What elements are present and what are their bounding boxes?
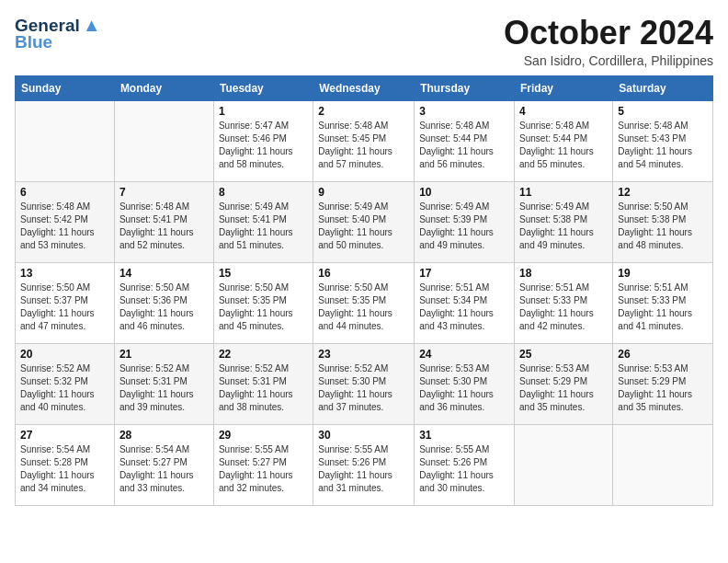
- cell-info: Sunrise: 5:47 AMSunset: 5:46 PMDaylight:…: [219, 120, 308, 171]
- cell-day-number: 6: [20, 186, 109, 199]
- cell-info: Sunrise: 5:50 AMSunset: 5:35 PMDaylight:…: [318, 282, 409, 333]
- cell-info: Sunrise: 5:49 AMSunset: 5:39 PMDaylight:…: [419, 201, 509, 252]
- calendar-cell: 11Sunrise: 5:49 AMSunset: 5:38 PMDayligh…: [515, 181, 613, 262]
- cell-info: Sunrise: 5:48 AMSunset: 5:43 PMDaylight:…: [618, 120, 708, 171]
- calendar-cell: 27Sunrise: 5:54 AMSunset: 5:28 PMDayligh…: [16, 424, 115, 505]
- calendar-cell: [114, 100, 213, 181]
- weekday-header: Friday: [515, 75, 613, 100]
- calendar-cell: 10Sunrise: 5:49 AMSunset: 5:39 PMDayligh…: [415, 181, 515, 262]
- cell-day-number: 4: [519, 105, 608, 118]
- calendar-cell: 31Sunrise: 5:55 AMSunset: 5:26 PMDayligh…: [415, 424, 515, 505]
- weekday-header: Tuesday: [213, 75, 313, 100]
- cell-day-number: 28: [119, 429, 209, 442]
- calendar-table: SundayMondayTuesdayWednesdayThursdayFrid…: [15, 75, 713, 506]
- cell-info: Sunrise: 5:48 AMSunset: 5:42 PMDaylight:…: [20, 201, 109, 252]
- calendar-cell: 29Sunrise: 5:55 AMSunset: 5:27 PMDayligh…: [213, 424, 313, 505]
- weekday-header-row: SundayMondayTuesdayWednesdayThursdayFrid…: [16, 75, 713, 100]
- cell-info: Sunrise: 5:51 AMSunset: 5:33 PMDaylight:…: [519, 282, 608, 333]
- logo: General ▲ Blue: [15, 15, 101, 52]
- cell-day-number: 14: [119, 267, 209, 280]
- cell-info: Sunrise: 5:50 AMSunset: 5:38 PMDaylight:…: [618, 201, 708, 252]
- cell-day-number: 7: [119, 186, 209, 199]
- calendar-week-row: 13Sunrise: 5:50 AMSunset: 5:37 PMDayligh…: [16, 262, 713, 343]
- calendar-cell: 13Sunrise: 5:50 AMSunset: 5:37 PMDayligh…: [16, 262, 115, 343]
- cell-day-number: 1: [219, 105, 308, 118]
- title-section: October 2024 San Isidro, Cordillera, Phi…: [504, 15, 713, 68]
- cell-day-number: 25: [519, 348, 608, 361]
- cell-info: Sunrise: 5:51 AMSunset: 5:33 PMDaylight:…: [618, 282, 708, 333]
- cell-day-number: 2: [318, 105, 409, 118]
- calendar-cell: 4Sunrise: 5:48 AMSunset: 5:44 PMDaylight…: [515, 100, 613, 181]
- cell-info: Sunrise: 5:49 AMSunset: 5:41 PMDaylight:…: [219, 201, 308, 252]
- cell-info: Sunrise: 5:48 AMSunset: 5:44 PMDaylight:…: [519, 120, 608, 171]
- weekday-header: Sunday: [16, 75, 115, 100]
- cell-day-number: 29: [219, 429, 308, 442]
- calendar-cell: 28Sunrise: 5:54 AMSunset: 5:27 PMDayligh…: [114, 424, 213, 505]
- cell-info: Sunrise: 5:51 AMSunset: 5:34 PMDaylight:…: [419, 282, 509, 333]
- calendar-cell: 18Sunrise: 5:51 AMSunset: 5:33 PMDayligh…: [515, 262, 613, 343]
- calendar-cell: 24Sunrise: 5:53 AMSunset: 5:30 PMDayligh…: [415, 343, 515, 424]
- calendar-cell: 21Sunrise: 5:52 AMSunset: 5:31 PMDayligh…: [114, 343, 213, 424]
- cell-day-number: 26: [618, 348, 708, 361]
- cell-info: Sunrise: 5:53 AMSunset: 5:29 PMDaylight:…: [519, 362, 608, 414]
- page-header: General ▲ Blue October 2024 San Isidro, …: [15, 15, 713, 68]
- calendar-week-row: 1Sunrise: 5:47 AMSunset: 5:46 PMDaylight…: [16, 100, 713, 181]
- calendar-cell: [16, 100, 115, 181]
- cell-info: Sunrise: 5:48 AMSunset: 5:44 PMDaylight:…: [419, 120, 509, 171]
- cell-day-number: 21: [119, 348, 209, 361]
- cell-day-number: 24: [419, 348, 509, 361]
- weekday-header: Wednesday: [313, 75, 415, 100]
- cell-info: Sunrise: 5:50 AMSunset: 5:35 PMDaylight:…: [219, 282, 308, 333]
- calendar-week-row: 27Sunrise: 5:54 AMSunset: 5:28 PMDayligh…: [16, 424, 713, 505]
- weekday-header: Saturday: [613, 75, 713, 100]
- cell-info: Sunrise: 5:49 AMSunset: 5:38 PMDaylight:…: [519, 201, 608, 252]
- calendar-cell: 22Sunrise: 5:52 AMSunset: 5:31 PMDayligh…: [213, 343, 313, 424]
- cell-info: Sunrise: 5:52 AMSunset: 5:32 PMDaylight:…: [20, 362, 109, 414]
- cell-day-number: 5: [618, 105, 708, 118]
- logo-bird-icon: ▲: [83, 15, 101, 36]
- cell-day-number: 30: [318, 429, 409, 442]
- calendar-cell: 8Sunrise: 5:49 AMSunset: 5:41 PMDaylight…: [213, 181, 313, 262]
- cell-day-number: 3: [419, 105, 509, 118]
- calendar-cell: 14Sunrise: 5:50 AMSunset: 5:36 PMDayligh…: [114, 262, 213, 343]
- calendar-cell: 16Sunrise: 5:50 AMSunset: 5:35 PMDayligh…: [313, 262, 415, 343]
- month-title: October 2024: [504, 15, 713, 52]
- cell-info: Sunrise: 5:53 AMSunset: 5:30 PMDaylight:…: [419, 362, 509, 414]
- location-subtitle: San Isidro, Cordillera, Philippines: [504, 53, 713, 68]
- calendar-cell: 5Sunrise: 5:48 AMSunset: 5:43 PMDaylight…: [613, 100, 713, 181]
- cell-day-number: 19: [618, 267, 708, 280]
- cell-day-number: 11: [519, 186, 608, 199]
- cell-day-number: 23: [318, 348, 409, 361]
- calendar-cell: 20Sunrise: 5:52 AMSunset: 5:32 PMDayligh…: [16, 343, 115, 424]
- cell-day-number: 13: [20, 267, 109, 280]
- cell-day-number: 27: [20, 429, 109, 442]
- cell-info: Sunrise: 5:55 AMSunset: 5:26 PMDaylight:…: [419, 443, 509, 495]
- calendar-week-row: 20Sunrise: 5:52 AMSunset: 5:32 PMDayligh…: [16, 343, 713, 424]
- cell-info: Sunrise: 5:55 AMSunset: 5:27 PMDaylight:…: [219, 443, 308, 495]
- cell-info: Sunrise: 5:48 AMSunset: 5:45 PMDaylight:…: [318, 120, 409, 171]
- calendar-cell: 7Sunrise: 5:48 AMSunset: 5:41 PMDaylight…: [114, 181, 213, 262]
- cell-day-number: 16: [318, 267, 409, 280]
- calendar-cell: [515, 424, 613, 505]
- calendar-cell: 25Sunrise: 5:53 AMSunset: 5:29 PMDayligh…: [515, 343, 613, 424]
- cell-info: Sunrise: 5:54 AMSunset: 5:27 PMDaylight:…: [119, 443, 209, 495]
- calendar-cell: 15Sunrise: 5:50 AMSunset: 5:35 PMDayligh…: [213, 262, 313, 343]
- cell-day-number: 18: [519, 267, 608, 280]
- cell-day-number: 12: [618, 186, 708, 199]
- cell-info: Sunrise: 5:49 AMSunset: 5:40 PMDaylight:…: [318, 201, 409, 252]
- cell-day-number: 15: [219, 267, 308, 280]
- cell-info: Sunrise: 5:50 AMSunset: 5:37 PMDaylight:…: [20, 282, 109, 333]
- cell-info: Sunrise: 5:52 AMSunset: 5:30 PMDaylight:…: [318, 362, 409, 414]
- calendar-cell: 1Sunrise: 5:47 AMSunset: 5:46 PMDaylight…: [213, 100, 313, 181]
- cell-info: Sunrise: 5:50 AMSunset: 5:36 PMDaylight:…: [119, 282, 209, 333]
- calendar-cell: 9Sunrise: 5:49 AMSunset: 5:40 PMDaylight…: [313, 181, 415, 262]
- cell-day-number: 20: [20, 348, 109, 361]
- calendar-cell: 30Sunrise: 5:55 AMSunset: 5:26 PMDayligh…: [313, 424, 415, 505]
- cell-info: Sunrise: 5:53 AMSunset: 5:29 PMDaylight:…: [618, 362, 708, 414]
- cell-day-number: 17: [419, 267, 509, 280]
- cell-info: Sunrise: 5:52 AMSunset: 5:31 PMDaylight:…: [219, 362, 308, 414]
- calendar-cell: 19Sunrise: 5:51 AMSunset: 5:33 PMDayligh…: [613, 262, 713, 343]
- calendar-cell: 6Sunrise: 5:48 AMSunset: 5:42 PMDaylight…: [16, 181, 115, 262]
- cell-info: Sunrise: 5:54 AMSunset: 5:28 PMDaylight:…: [20, 443, 109, 495]
- cell-day-number: 31: [419, 429, 509, 442]
